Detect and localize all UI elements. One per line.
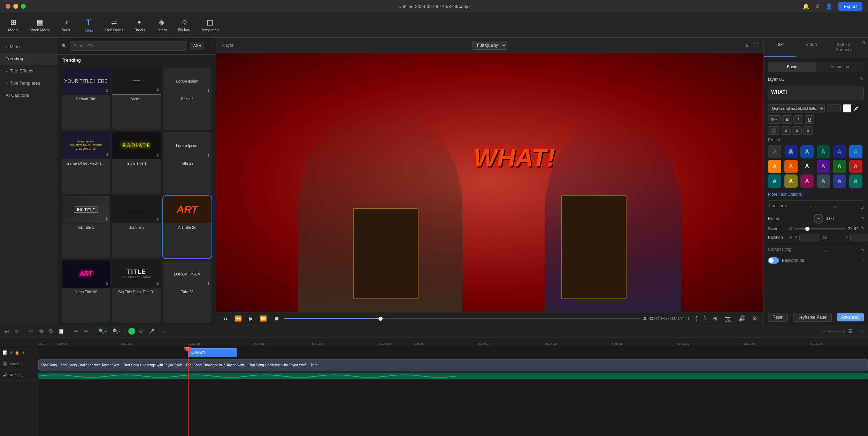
rotate-dial[interactable] — [814, 214, 823, 224]
text-input-area[interactable]: WHAT! — [768, 86, 864, 100]
position-x-input[interactable]: 65.59 — [799, 234, 820, 241]
notification-icon[interactable]: 🔔 — [802, 3, 809, 10]
tl-cut-button[interactable]: ✄ — [27, 327, 35, 335]
align-left-text-button[interactable]: ⬛ — [768, 126, 779, 135]
tab-text-to-speech[interactable]: Text To Speech — [827, 38, 859, 57]
toolbar-templates[interactable]: ◫ Templates — [197, 15, 223, 35]
bold-button[interactable]: B — [782, 115, 792, 124]
tl-settings2-button[interactable]: ⚙ — [137, 327, 145, 335]
tl-mic-button[interactable]: 🎤 — [147, 327, 157, 335]
scale-slider[interactable] — [794, 228, 846, 229]
tl-list-view-button[interactable]: ☰ — [846, 327, 855, 335]
rotate-expand-icon[interactable]: ⊡ — [860, 216, 864, 221]
preset-pink[interactable]: A — [800, 174, 814, 188]
title-card-title29[interactable]: Lorem Ipsum ⬇ Title 29 — [163, 132, 212, 194]
settings-icon[interactable]: ⚙ — [815, 3, 820, 10]
preset-dark-blue[interactable]: A — [800, 145, 814, 158]
sidebar-item-mine[interactable]: › Mine — [0, 40, 57, 53]
preset-indigo[interactable]: A — [833, 174, 846, 188]
justify-text-button[interactable]: ≡ — [803, 126, 813, 135]
tl-copy-button[interactable]: ⧉ — [47, 327, 55, 335]
advanced-button[interactable]: Advanced — [837, 313, 864, 321]
toolbar-audio[interactable]: ♪ Audio — [56, 15, 77, 34]
title-card-glow-1[interactable]: RADIATE ⬇ Glow Title 1 — [112, 132, 161, 194]
transform-toggle[interactable]: › — [809, 205, 811, 210]
tl-paste-button[interactable]: 📋 — [56, 327, 66, 335]
font-size-input[interactable]: 52 — [827, 104, 841, 112]
align-center-text-button[interactable]: ≡ — [781, 126, 791, 135]
italic-button[interactable]: I — [793, 115, 803, 124]
search-input[interactable] — [70, 41, 187, 51]
scale-reset-icon[interactable]: ↺ — [789, 226, 792, 231]
progress-handle[interactable] — [378, 317, 383, 321]
toolbar-filters[interactable]: ◈ Filters — [151, 15, 172, 35]
preset-dark-text[interactable]: A — [800, 160, 814, 173]
edit-layer-button[interactable]: ✎ — [860, 76, 864, 82]
sidebar-item-trending[interactable]: Trending — [0, 53, 57, 65]
tl-delete-button[interactable]: 🗑 — [37, 327, 46, 335]
underline-button[interactable]: U — [805, 115, 814, 124]
rewind-button[interactable]: ⏮ — [220, 315, 230, 322]
tl-zoom-out-button[interactable]: 🔍- — [110, 327, 122, 335]
position-y-input[interactable]: 166.54 — [850, 234, 868, 241]
toolbar-titles[interactable]: T Titles — [78, 15, 99, 35]
fit-screen-icon[interactable]: ⊡ — [746, 43, 750, 48]
quality-select[interactable]: Full Quality 1/2 Quality 1/4 Quality — [473, 41, 507, 50]
fullscreen-icon[interactable]: ⛶ — [754, 43, 758, 48]
background-chevron-icon[interactable]: › — [862, 258, 864, 263]
more-text-options[interactable]: More Text Options › — [768, 192, 864, 197]
toolbar-effects[interactable]: ✦ Effects — [129, 15, 150, 35]
expand-panel-icon[interactable]: ⊡ — [859, 38, 868, 57]
screenshot-button[interactable]: 📷 — [722, 314, 733, 322]
title-card-art26[interactable]: ART Art Title 26 — [163, 196, 212, 258]
tl-zoom-in-button[interactable]: 🔍+ — [96, 327, 109, 335]
title-card-game-ui[interactable]: DOES MIDAS'GOLDEN TOUCH WORKIN CHAPTER 3… — [62, 132, 110, 194]
tl-clip-video-main[interactable]: That Song That Song Challenge with Taylo… — [38, 359, 868, 371]
tl-undo-action-button[interactable]: ↩ — [72, 327, 80, 335]
preset-cyan[interactable]: A — [768, 174, 781, 188]
sidebar-item-title-effects[interactable]: › Title Effects — [0, 65, 57, 77]
tl-redo-action-button[interactable]: ↪ — [82, 327, 90, 335]
compositing-toggle[interactable]: › — [825, 248, 827, 253]
transform-expand-icon[interactable]: ⊡ — [860, 205, 864, 210]
volume-button[interactable]: 🔊 — [736, 314, 747, 322]
stop-button[interactable]: ⏹ — [272, 315, 282, 322]
title-card-neon09[interactable]: ART ⬇ Neon Title 09 — [62, 260, 110, 323]
tab-video[interactable]: Video — [796, 38, 827, 57]
scale-expand-icon[interactable]: ⊡ — [860, 226, 864, 231]
toolbar-media[interactable]: ⊞ Media — [3, 15, 24, 35]
preset-yellow-dark[interactable]: A — [784, 174, 798, 188]
preset-gray-blue[interactable]: A — [817, 174, 830, 188]
toolbar-stock-media[interactable]: ▤ Stock Media — [25, 15, 55, 35]
tab-text[interactable]: Text — [764, 38, 796, 57]
minimize-button[interactable] — [13, 4, 18, 9]
background-toggle[interactable] — [768, 257, 779, 264]
sub-tab-basic[interactable]: Basic — [768, 62, 816, 72]
tl-clip-audio-main[interactable] — [38, 373, 868, 379]
export-button[interactable]: Export — [838, 2, 862, 11]
sidebar-item-ai-captions[interactable]: AI Captions — [0, 89, 57, 101]
mark-out-button[interactable]: } — [702, 315, 708, 322]
compositing-expand-icon[interactable]: ⊡ — [860, 248, 864, 253]
eyedropper-button[interactable]: 💉 — [853, 106, 859, 111]
preset-gold[interactable]: A — [768, 160, 781, 173]
step-forward-button[interactable]: ⏩ — [258, 314, 269, 322]
align-left-button[interactable]: ≡↔ — [768, 115, 781, 124]
play-button[interactable]: ▶ — [247, 314, 255, 322]
tl-select-button[interactable]: ⊹ — [13, 327, 21, 335]
more-options-button[interactable]: ··· — [207, 43, 212, 49]
step-back-button[interactable]: ⏪ — [233, 314, 244, 322]
tl-more-button[interactable]: ⋯ — [158, 327, 167, 335]
tl-more2-button[interactable]: ⋯ — [856, 327, 865, 335]
title-card-title28[interactable]: LOREM IPSUM ⬇ Title 28 — [163, 260, 212, 323]
title-card-default-title[interactable]: YOUR TITLE HERE ⬇ Default Title — [62, 68, 110, 130]
reset-button[interactable]: Reset — [768, 313, 788, 322]
preset-purple[interactable]: A — [817, 160, 830, 173]
align-right-text-button[interactable]: ≡ — [792, 126, 802, 135]
tl-undo-button[interactable]: ⊞ — [3, 327, 11, 335]
font-color-swatch[interactable] — [843, 104, 851, 112]
preset-blue-outline[interactable]: A — [784, 145, 798, 158]
sidebar-item-title-templates[interactable]: › Title Templates — [0, 77, 57, 89]
preset-none[interactable]: A — [768, 145, 781, 158]
toolbar-transitions[interactable]: ⇌ Transitions — [101, 15, 128, 35]
